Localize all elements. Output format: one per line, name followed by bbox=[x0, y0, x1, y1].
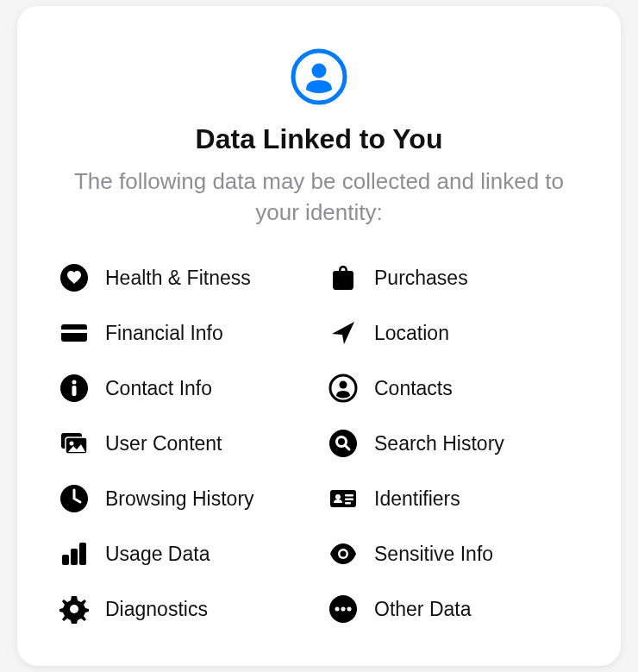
data-type-user-content: User Content bbox=[59, 428, 310, 459]
data-type-label: Contacts bbox=[374, 377, 453, 400]
location-arrow-icon bbox=[328, 317, 359, 349]
person-circle-icon bbox=[328, 373, 359, 404]
data-type-label: User Content bbox=[105, 432, 222, 455]
data-type-purchases: Purchases bbox=[328, 262, 579, 293]
data-type-usage-data: Usage Data bbox=[59, 538, 310, 569]
data-type-other-data: Other Data bbox=[328, 593, 579, 625]
data-type-sensitive-info: Sensitive Info bbox=[328, 538, 579, 569]
data-type-browsing-history: Browsing History bbox=[59, 483, 310, 514]
data-type-label: Other Data bbox=[374, 598, 472, 621]
svg-point-18 bbox=[335, 494, 341, 499]
data-type-label: Browsing History bbox=[105, 487, 254, 511]
data-type-identifiers: Identifiers bbox=[328, 483, 579, 514]
bars-icon bbox=[59, 538, 90, 569]
data-type-label: Financial Info bbox=[105, 322, 223, 345]
data-type-label: Diagnostics bbox=[105, 598, 208, 621]
heart-circle-icon bbox=[59, 262, 90, 293]
data-type-label: Sensitive Info bbox=[374, 543, 493, 566]
card-header: Data Linked to You The following data ma… bbox=[59, 47, 579, 229]
data-type-contact-info: Contact Info bbox=[59, 373, 310, 404]
svg-point-12 bbox=[70, 442, 74, 446]
svg-point-31 bbox=[347, 607, 352, 612]
svg-rect-23 bbox=[71, 549, 78, 565]
svg-point-30 bbox=[341, 607, 346, 612]
data-type-location: Location bbox=[328, 317, 579, 349]
data-type-financial-info: Financial Info bbox=[59, 317, 310, 349]
data-type-health-fitness: Health & Fitness bbox=[59, 262, 310, 293]
eye-icon bbox=[328, 538, 359, 569]
svg-rect-24 bbox=[79, 543, 86, 565]
clock-icon bbox=[59, 483, 90, 514]
id-card-icon bbox=[328, 483, 359, 514]
data-type-label: Search History bbox=[374, 432, 504, 455]
svg-rect-7 bbox=[72, 386, 77, 396]
svg-rect-21 bbox=[345, 502, 351, 505]
svg-rect-4 bbox=[61, 330, 87, 333]
svg-rect-19 bbox=[345, 494, 353, 497]
data-type-label: Contact Info bbox=[105, 377, 212, 400]
svg-point-26 bbox=[341, 551, 347, 557]
card-title: Data Linked to You bbox=[59, 123, 579, 155]
gear-icon bbox=[59, 593, 90, 625]
svg-rect-20 bbox=[345, 499, 353, 501]
data-type-search-history: Search History bbox=[328, 428, 579, 459]
data-type-label: Identifiers bbox=[374, 487, 460, 511]
data-type-diagnostics: Diagnostics bbox=[59, 593, 310, 625]
svg-point-9 bbox=[340, 381, 347, 389]
person-linked-icon bbox=[290, 47, 348, 106]
svg-rect-22 bbox=[62, 555, 69, 565]
info-circle-icon bbox=[59, 373, 90, 404]
photos-icon bbox=[59, 428, 90, 459]
data-type-label: Location bbox=[374, 322, 449, 345]
data-type-label: Usage Data bbox=[105, 543, 210, 566]
svg-point-6 bbox=[72, 380, 77, 385]
svg-point-29 bbox=[335, 607, 340, 612]
credit-card-icon bbox=[59, 317, 90, 349]
ellipsis-circle-icon bbox=[328, 593, 359, 625]
data-type-label: Health & Fitness bbox=[105, 267, 251, 290]
card-subtitle: The following data may be collected and … bbox=[59, 166, 579, 229]
svg-point-1 bbox=[312, 63, 327, 78]
data-type-label: Purchases bbox=[374, 267, 468, 290]
bag-icon bbox=[328, 262, 359, 293]
data-types-grid: Health & Fitness Purchases Financial Inf… bbox=[59, 262, 579, 625]
svg-point-27 bbox=[70, 605, 78, 613]
search-circle-icon bbox=[328, 428, 359, 459]
privacy-card: Data Linked to You The following data ma… bbox=[17, 6, 621, 667]
data-type-contacts: Contacts bbox=[328, 373, 579, 404]
svg-point-13 bbox=[329, 430, 357, 457]
